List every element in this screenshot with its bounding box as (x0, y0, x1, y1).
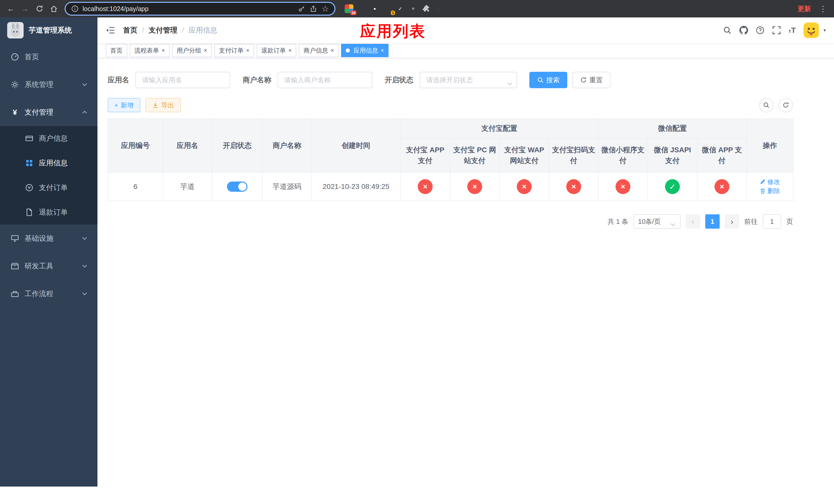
sidebar-item-workflow[interactable]: 工作流程 (0, 280, 97, 307)
extension-note-icon[interactable]: ≡ (409, 4, 418, 13)
user-avatar[interactable] (804, 23, 819, 38)
tab-refund-order[interactable]: 退款订单× (257, 44, 297, 57)
content: 应用名 商户名称 开启状态 (97, 59, 834, 229)
tab-merchant-info[interactable]: 商户信息× (299, 44, 338, 57)
sidebar-item-infrastructure[interactable]: 基础设施 (0, 225, 97, 252)
cell-wechat-app: × (697, 173, 747, 201)
column-header-actions: 操作 (747, 119, 793, 173)
extension-mosaic-icon[interactable]: 10 (345, 4, 353, 13)
site-info-icon[interactable] (71, 5, 79, 13)
refresh-button[interactable] (778, 98, 793, 112)
extension-dark-circle-icon[interactable]: ● (370, 4, 379, 13)
cell-actions: 修改 删除 (747, 173, 793, 201)
main-panel: 首页 / 支付管理 / 应用信息 应用列表 (97, 18, 834, 504)
cell-created: 2021-10-23 08:49:25 (312, 173, 400, 201)
chevron-down-icon (82, 83, 87, 86)
page-title-annotation: 应用列表 (360, 21, 426, 42)
font-size-icon[interactable]: тT (789, 26, 796, 34)
fullscreen-icon[interactable] (772, 26, 781, 35)
cell-app-id: 6 (108, 173, 163, 201)
forward-icon[interactable]: → (19, 2, 32, 15)
close-icon[interactable]: × (246, 48, 249, 53)
app-logo-row[interactable]: 芋道管理系统 (0, 18, 97, 43)
tab-app-info[interactable]: 应用信息× (341, 44, 389, 57)
trash-icon (760, 188, 766, 194)
delete-link[interactable]: 删除 (760, 187, 780, 195)
sidebar-item-label: 支付订单 (39, 183, 68, 192)
address-bar[interactable]: localhost:1024/pay/app ☆ (65, 2, 335, 16)
back-icon[interactable]: ← (4, 2, 18, 15)
export-button[interactable]: 导出 (146, 98, 181, 112)
sidebar-item-app-info[interactable]: 应用信息 (0, 151, 97, 175)
browser-toolbar: ← → localhost:1024/pay/app ☆ 10 (0, 0, 834, 18)
profile-avatar-icon[interactable]: ◡ (435, 4, 443, 13)
sidebar-item-payment[interactable]: ¥ 支付管理 (0, 98, 97, 126)
github-icon[interactable] (739, 26, 748, 35)
cell-alipay-app: × (400, 173, 450, 201)
avatar-caret-icon[interactable]: ▾ (824, 27, 826, 33)
status-select-input[interactable] (420, 72, 517, 88)
extension-blue-drop-icon[interactable] (357, 4, 366, 13)
bookmark-star-icon[interactable]: ☆ (321, 5, 329, 13)
extension-avatar-icon[interactable]: 1 (383, 4, 392, 13)
chevron-down-icon (671, 220, 676, 228)
column-header-status: 开启状态 (212, 119, 262, 173)
tab-label: 支付订单 (219, 46, 244, 54)
app-name-input[interactable] (135, 72, 230, 88)
password-key-icon[interactable] (298, 5, 306, 13)
close-icon[interactable]: × (161, 48, 165, 53)
gear-icon (10, 81, 20, 89)
tab-home[interactable]: 首页 (106, 44, 127, 57)
url-text[interactable]: localhost:1024/pay/app (83, 5, 294, 13)
column-header-alipay-wap: 支付宝 WAP 网站支付 (499, 138, 549, 173)
merchant-name-label: 商户名称 (243, 75, 271, 85)
sidebar-item-pay-order[interactable]: 支付订单 (0, 175, 97, 200)
breadcrumb-item[interactable]: 首页 (123, 25, 137, 35)
merchant-name-input[interactable] (278, 72, 372, 88)
tab-label: 首页 (110, 46, 123, 54)
home-icon[interactable] (47, 2, 61, 15)
sidebar-item-merchant-info[interactable]: 商户信息 (0, 126, 97, 151)
share-icon[interactable] (309, 5, 317, 13)
goto-page-input[interactable] (763, 214, 781, 229)
extension-check-icon[interactable]: ✓ (396, 4, 405, 13)
dashboard-icon (10, 53, 20, 61)
tab-label: 商户信息 (303, 46, 328, 54)
chrome-update-button[interactable]: 更新 (793, 3, 815, 15)
extensions-puzzle-icon[interactable] (422, 4, 430, 13)
reset-button[interactable]: 重置 (572, 72, 610, 88)
close-icon[interactable]: × (204, 48, 207, 53)
sidebar-item-home[interactable]: 首页 (0, 43, 97, 71)
close-icon[interactable]: × (331, 48, 334, 53)
cell-status (212, 173, 262, 201)
browser-menu-icon[interactable]: ⋮ (816, 4, 830, 13)
status-badge: × (517, 179, 532, 194)
toggle-search-button[interactable] (759, 98, 773, 112)
credit-card-icon (25, 134, 34, 142)
prev-page-button[interactable]: ‹ (686, 214, 700, 229)
search-icon[interactable] (723, 26, 732, 35)
breadcrumb-item[interactable]: 支付管理 (149, 25, 177, 35)
next-page-button[interactable]: › (725, 214, 739, 229)
tab-pay-order[interactable]: 支付订单× (214, 44, 254, 57)
tab-process-form[interactable]: 流程表单× (130, 44, 170, 57)
add-button[interactable]: + 新增 (108, 98, 140, 112)
chevron-down-icon (82, 292, 87, 295)
edit-link[interactable]: 修改 (760, 178, 780, 186)
search-button[interactable]: 搜索 (529, 72, 567, 88)
status-select[interactable] (420, 72, 517, 88)
page-number-1[interactable]: 1 (705, 214, 720, 229)
sidebar-item-devtools[interactable]: 研发工具 (0, 252, 97, 280)
tab-user-group[interactable]: 用户分组× (172, 44, 212, 57)
sidebar-item-system[interactable]: 系统管理 (0, 71, 97, 98)
grid-icon (25, 159, 34, 167)
sidebar-item-refund-order[interactable]: 退款订单 (0, 200, 97, 225)
close-icon[interactable]: × (288, 48, 292, 53)
sidebar-collapse-icon[interactable] (106, 26, 115, 35)
close-icon[interactable]: × (380, 48, 384, 53)
help-icon[interactable] (756, 26, 765, 35)
status-toggle[interactable] (227, 182, 247, 192)
page-size-select[interactable]: 10条/页 (633, 214, 681, 229)
extension-badge: 1 (391, 10, 395, 15)
reload-icon[interactable] (33, 2, 46, 15)
